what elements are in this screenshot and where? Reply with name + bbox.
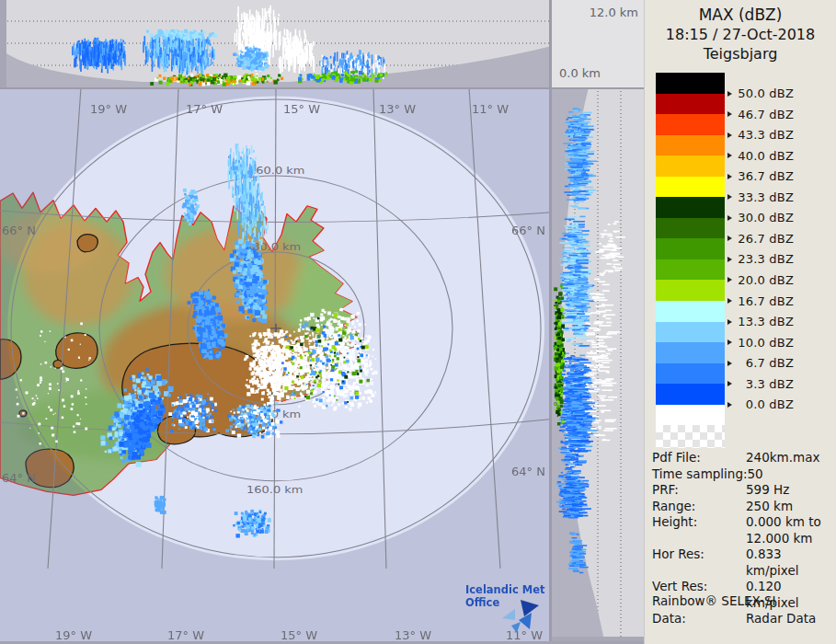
- metadata-value: Radar Data: [746, 611, 834, 627]
- product-title: MAX (dBZ): [645, 6, 836, 24]
- threshold-arrow-icon: [727, 319, 732, 325]
- threshold-arrow-icon: [727, 339, 732, 345]
- dbz-band-6: [656, 197, 725, 218]
- dbz-band-2: [656, 114, 725, 135]
- height-scale-corner: 12.0 km 0.0 km: [552, 0, 644, 87]
- dbz-threshold-label: 0.0 dBZ: [735, 397, 794, 411]
- dbz-label-row: 10.0 dBZ: [727, 332, 829, 353]
- top-cross-section: [0, 0, 552, 87]
- dbz-threshold-label: 20.0 dBZ: [735, 273, 794, 287]
- metadata-label: Range:: [652, 499, 746, 515]
- threshold-arrow-icon: [727, 298, 732, 304]
- dbz-below-zero-band: [656, 405, 725, 425]
- metadata-value: 599 Hz: [746, 482, 834, 499]
- dbz-label-row: 43.3 dBZ: [727, 124, 829, 145]
- scan-datetime: 18:15 / 27-Oct-2018: [645, 26, 836, 43]
- radar-app-window: 12.0 km 0.0 km: [0, 0, 836, 644]
- threshold-arrow-icon: [727, 277, 732, 282]
- dbz-threshold-label: 30.0 dBZ: [735, 211, 794, 224]
- lon-label-bottom-13w: 13° W: [395, 628, 431, 642]
- dbz-label-row: 13.3 dBZ: [727, 311, 829, 332]
- dbz-label-row: 36.7 dBZ: [727, 166, 829, 187]
- dbz-band-11: [656, 301, 725, 322]
- dbz-label-row: 0.0 dBZ: [727, 395, 829, 416]
- dbz-threshold-label: 23.3 dBZ: [735, 252, 794, 266]
- dbz-band-9: [656, 259, 725, 281]
- lon-label-bottom-19w: 19° W: [55, 628, 92, 642]
- station-name: Teigsbjarg: [645, 45, 836, 63]
- threshold-arrow-icon: [727, 153, 732, 158]
- dbz-band-0: [656, 73, 725, 94]
- metadata-row: Hor Res:0.833 km/pixel: [652, 546, 834, 579]
- dbz-label-row: 33.3 dBZ: [727, 187, 829, 208]
- dbz-threshold-label: 26.7 dBZ: [735, 232, 794, 246]
- dbz-threshold-label: 13.3 dBZ: [735, 315, 794, 328]
- separator-horizontal: [0, 87, 644, 89]
- dbz-band-3: [656, 135, 725, 156]
- lon-label-top-17w: 17° W: [186, 102, 223, 116]
- dbz-threshold-label: 43.3 dBZ: [735, 128, 794, 142]
- metadata-value: 0.000 km to 12.000 km: [746, 514, 834, 546]
- dbz-label-row: 46.7 dBZ: [727, 104, 829, 125]
- threshold-arrow-icon: [727, 132, 732, 138]
- dbz-transparent-band: [656, 425, 725, 448]
- metadata-label: Height:: [652, 514, 746, 546]
- dbz-label-row: 6.7 dBZ: [727, 352, 829, 374]
- dbz-label-row: 3.3 dBZ: [727, 374, 829, 395]
- dbz-label-row: 30.0 dBZ: [727, 208, 829, 229]
- lat-label-right-64n: 64° N: [511, 465, 545, 478]
- metadata-value: 240km.max: [746, 450, 834, 466]
- dbz-label-row: 26.7 dBZ: [727, 228, 829, 249]
- dbz-threshold-label: 40.0 dBZ: [735, 149, 794, 163]
- dbz-label-row: 23.3 dBZ: [727, 249, 829, 270]
- threshold-arrow-icon: [727, 257, 732, 262]
- dbz-threshold-label: 33.3 dBZ: [735, 190, 794, 204]
- lon-label-top-15w: 15° W: [283, 102, 320, 116]
- dbz-band-10: [656, 280, 725, 301]
- lon-label-top-19w: 19° W: [90, 102, 127, 116]
- height-scale-min-label: 0.0 km: [559, 66, 601, 80]
- threshold-arrow-icon: [727, 194, 732, 200]
- dbz-label-row: 50.0 dBZ: [727, 83, 829, 104]
- metadata-label: PRF:: [652, 482, 746, 499]
- threshold-arrow-icon: [727, 381, 732, 386]
- dbz-threshold-label: 46.7 dBZ: [735, 108, 794, 121]
- metadata-label: Hor Res:: [652, 546, 746, 579]
- dbz-threshold-label: 10.0 dBZ: [735, 336, 794, 350]
- right-cross-section-echoes: [552, 87, 644, 644]
- dbz-band-13: [656, 342, 725, 363]
- radar-map: 160.0 km 80.0 km 80.0 km 160.0 km 19° W …: [0, 87, 552, 644]
- lon-label-bottom-17w: 17° W: [167, 628, 204, 642]
- dbz-band-15: [656, 384, 725, 405]
- threshold-arrow-icon: [727, 111, 732, 117]
- metadata-row: Height:0.000 km to 12.000 km: [652, 514, 834, 546]
- dbz-threshold-label: 3.3 dBZ: [735, 377, 794, 391]
- metadata-value: 0.833 km/pixel: [746, 546, 834, 579]
- info-panel: MAX (dBZ) 18:15 / 27-Oct-2018 Teigsbjarg…: [644, 0, 836, 644]
- lon-label-top-11w: 11° W: [472, 102, 509, 116]
- metadata-value: 250 km: [746, 499, 834, 515]
- software-brand: Rainbow® SELEX-SI: [652, 593, 775, 608]
- threshold-arrow-icon: [727, 402, 732, 408]
- threshold-arrow-icon: [727, 174, 732, 179]
- dbz-band-1: [656, 94, 725, 115]
- lon-label-top-13w: 13° W: [379, 102, 416, 116]
- metadata-value: 50: [748, 466, 834, 483]
- dbz-scale-labels: 50.0 dBZ46.7 dBZ43.3 dBZ40.0 dBZ36.7 dBZ…: [727, 83, 829, 415]
- metadata-row: Data:Radar Data: [652, 611, 834, 627]
- dbz-band-4: [656, 155, 725, 177]
- metadata-row: Pdf File:240km.max: [652, 450, 834, 466]
- threshold-arrow-icon: [727, 91, 732, 97]
- metadata-row: PRF:599 Hz: [652, 482, 834, 499]
- dbz-band-7: [656, 218, 725, 239]
- radar-echo-layer: [0, 87, 552, 644]
- metadata-row: Range:250 km: [652, 499, 834, 515]
- threshold-arrow-icon: [727, 215, 732, 221]
- lat-label-right-66n: 66° N: [511, 224, 545, 237]
- right-cross-section: [552, 87, 644, 644]
- metadata-label: Pdf File:: [652, 450, 746, 466]
- threshold-arrow-icon: [727, 236, 732, 241]
- dbz-label-row: 40.0 dBZ: [727, 145, 829, 167]
- icelandic-met-office-logo: Icelandic Met Office: [465, 583, 548, 610]
- height-scale-max-label: 12.0 km: [590, 6, 638, 19]
